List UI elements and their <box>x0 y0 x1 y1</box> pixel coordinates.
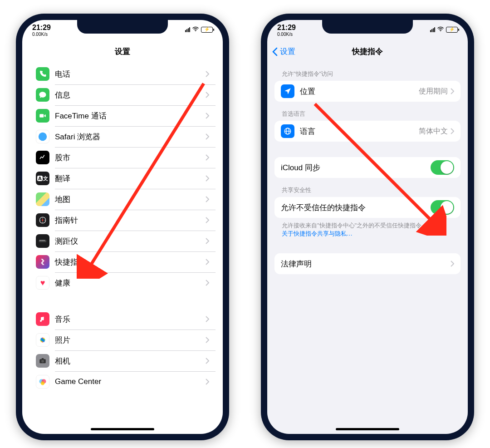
maps-icon <box>36 192 49 206</box>
settings-row-location[interactable]: 位置 使用期间 <box>274 81 461 102</box>
chevron-right-icon <box>206 217 209 223</box>
chevron-right-icon <box>206 92 209 98</box>
chevron-right-icon <box>451 88 454 94</box>
section-header-security: 共享安全性 <box>274 178 461 197</box>
settings-row-music[interactable]: 音乐 <box>29 309 216 330</box>
settings-row-photos[interactable]: 照片 <box>29 330 216 350</box>
chevron-right-icon <box>206 154 209 161</box>
svg-rect-1 <box>39 114 44 118</box>
row-label: 相机 <box>55 356 206 366</box>
notch <box>77 20 168 34</box>
settings-row-shortcuts[interactable]: 快捷指令 <box>29 251 216 272</box>
battery-icon: ⚡ <box>446 27 458 33</box>
navbar: 设置 快捷指令 <box>267 42 468 62</box>
row-label: 地图 <box>55 194 206 205</box>
measure-icon <box>36 234 49 248</box>
row-label: 电话 <box>55 69 206 79</box>
gamecenter-icon <box>36 375 49 389</box>
settings-row-health[interactable]: ♥ 健康 <box>29 272 216 293</box>
chevron-right-icon <box>451 128 454 134</box>
photos-icon <box>36 333 49 347</box>
settings-content[interactable]: 电话 信息 FaceTime 通话 <box>22 62 223 434</box>
compass-icon <box>36 213 49 227</box>
chevron-right-icon <box>206 280 209 286</box>
settings-group-media: 音乐 照片 相机 <box>29 309 216 392</box>
section-footer-security: 允许接收来自"快捷指令中心"之外的不受信任快捷指令。 关于快捷指令共享与隐私… <box>274 218 461 238</box>
signal-icon <box>185 27 190 32</box>
row-label: 允许不受信任的快捷指令 <box>281 202 431 213</box>
signal-icon <box>430 27 435 32</box>
chevron-right-icon <box>206 113 209 119</box>
row-label: 信息 <box>55 90 206 100</box>
row-label: Game Center <box>55 377 206 386</box>
row-value: 简体中文 <box>419 127 448 136</box>
navbar: 设置 <box>22 42 223 62</box>
stocks-icon <box>36 151 49 164</box>
chevron-right-icon <box>451 261 454 267</box>
chevron-right-icon <box>206 358 209 364</box>
chevron-right-icon <box>206 337 209 343</box>
settings-row-measure[interactable]: 测距仪 <box>29 231 216 251</box>
row-label: 健康 <box>55 278 206 288</box>
music-icon <box>36 312 49 326</box>
phone-frame-right: 21:29 0.00K/s ⚡ 设置 快捷指令 允许"快捷指令"访问 <box>261 14 474 440</box>
settings-row-camera[interactable]: 相机 <box>29 350 216 371</box>
safari-icon <box>36 130 49 143</box>
shortcuts-icon <box>36 255 49 269</box>
svg-rect-16 <box>42 358 44 359</box>
row-value: 使用期间 <box>419 87 448 96</box>
settings-group-apps: 电话 信息 FaceTime 通话 <box>29 64 216 293</box>
phone-frame-left: 21:29 0.00K/s ⚡ 设置 电话 <box>16 14 229 440</box>
status-time: 21:29 <box>32 24 51 32</box>
phone-screen-left: 21:29 0.00K/s ⚡ 设置 电话 <box>22 20 223 434</box>
home-indicator[interactable] <box>336 428 399 430</box>
toggle-icloud[interactable] <box>431 160 454 175</box>
chevron-right-icon <box>206 133 209 140</box>
svg-point-21 <box>440 31 441 31</box>
settings-row-safari[interactable]: Safari 浏览器 <box>29 126 216 147</box>
settings-row-facetime[interactable]: FaceTime 通话 <box>29 105 216 126</box>
footer-text: 允许接收来自"快捷指令中心"之外的不受信任快捷指令。 <box>282 222 427 229</box>
settings-row-compass[interactable]: 指南针 <box>29 210 216 231</box>
toggle-untrusted[interactable] <box>431 200 454 215</box>
settings-row-allow-untrusted[interactable]: 允许不受信任的快捷指令 <box>274 197 461 218</box>
wifi-icon <box>192 25 199 34</box>
settings-row-stocks[interactable]: 股市 <box>29 147 216 168</box>
group-icloud: iCloud 同步 <box>274 157 461 178</box>
chevron-right-icon <box>206 71 209 77</box>
settings-row-gamecenter[interactable]: Game Center <box>29 371 216 392</box>
privacy-link[interactable]: 关于快捷指令共享与隐私… <box>282 230 353 237</box>
chevron-right-icon <box>206 175 209 182</box>
svg-point-2 <box>39 133 47 141</box>
status-time: 21:29 <box>277 24 296 32</box>
row-label: 翻译 <box>55 173 206 184</box>
back-label: 设置 <box>280 46 295 57</box>
row-label: 测距仪 <box>55 236 206 246</box>
shortcuts-settings-content[interactable]: 允许"快捷指令"访问 位置 使用期间 首选语言 语言 <box>267 62 468 434</box>
svg-point-0 <box>195 31 196 31</box>
settings-row-language[interactable]: 语言 简体中文 <box>274 121 461 142</box>
home-indicator[interactable] <box>91 428 154 430</box>
page-title: 快捷指令 <box>352 46 383 57</box>
phone-screen-right: 21:29 0.00K/s ⚡ 设置 快捷指令 允许"快捷指令"访问 <box>267 20 468 434</box>
wifi-icon <box>437 25 444 34</box>
health-icon: ♥ <box>36 276 49 290</box>
chevron-right-icon <box>206 238 209 244</box>
phone-icon <box>36 67 49 81</box>
row-label: 指南针 <box>55 215 206 226</box>
settings-row-legal[interactable]: 法律声明 <box>274 253 461 274</box>
settings-row-maps[interactable]: 地图 <box>29 189 216 210</box>
globe-icon <box>281 124 294 138</box>
settings-row-icloud-sync[interactable]: iCloud 同步 <box>274 157 461 178</box>
settings-row-messages[interactable]: 信息 <box>29 84 216 105</box>
svg-point-19 <box>41 381 44 385</box>
back-button[interactable]: 设置 <box>272 46 295 57</box>
svg-point-15 <box>41 360 44 363</box>
settings-row-translate[interactable]: A文 翻译 <box>29 168 216 189</box>
row-label: 语言 <box>300 126 419 137</box>
group-language: 语言 简体中文 <box>274 121 461 142</box>
messages-icon <box>36 88 49 102</box>
row-label: 快捷指令 <box>55 257 206 267</box>
settings-row-phone[interactable]: 电话 <box>29 64 216 84</box>
row-label: 法律声明 <box>281 259 451 269</box>
